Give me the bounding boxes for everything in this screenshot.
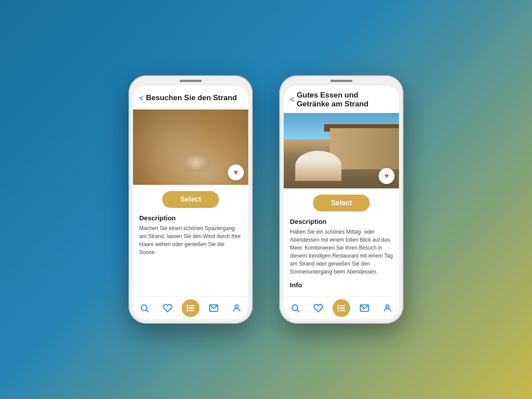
svg-point-5 bbox=[187, 305, 188, 306]
svg-point-16 bbox=[338, 308, 339, 309]
app-header-2: < Gutes Essen und Getränke am Strand bbox=[284, 86, 399, 113]
heart-icon-1: ♥ bbox=[234, 168, 238, 176]
person-icon-2 bbox=[383, 303, 392, 313]
svg-point-9 bbox=[235, 305, 238, 308]
phone-screen-2: < Gutes Essen und Getränke am Strand ♥ S… bbox=[284, 86, 399, 319]
phone-1: < Besuchen Sie den Strand ♥ Select D bbox=[129, 75, 253, 324]
description-title-1: Description bbox=[139, 214, 242, 222]
nav-profile-1[interactable] bbox=[228, 299, 246, 317]
back-button-2[interactable]: < bbox=[290, 96, 294, 104]
content-body-2: Description Haben Sie ein schönes Mittag… bbox=[284, 218, 399, 296]
heart-nav-icon-1 bbox=[163, 303, 172, 313]
shell-decoration bbox=[183, 154, 209, 172]
description-text-1: Machen Sie einen schönen Spaziergang am … bbox=[139, 224, 242, 256]
favorite-button-1[interactable]: ♥ bbox=[228, 164, 244, 180]
page-title-1: Besuchen Sie den Strand bbox=[146, 94, 237, 102]
nav-favorites-1[interactable] bbox=[159, 299, 176, 317]
select-button-2[interactable]: Select bbox=[313, 195, 369, 211]
phone-2: < Gutes Essen und Getränke am Strand ♥ S… bbox=[279, 75, 403, 324]
svg-point-0 bbox=[141, 305, 147, 310]
nav-list-1[interactable] bbox=[182, 299, 200, 317]
nav-favorites-2[interactable] bbox=[309, 299, 327, 317]
search-icon-1 bbox=[140, 303, 149, 313]
info-title-2: Info bbox=[290, 281, 393, 289]
svg-point-15 bbox=[338, 305, 339, 306]
phone-speaker-1 bbox=[180, 80, 202, 82]
phone-speaker-2 bbox=[330, 80, 352, 82]
nav-messages-1[interactable] bbox=[205, 299, 223, 317]
nav-messages-2[interactable] bbox=[356, 299, 373, 317]
svg-point-19 bbox=[386, 305, 389, 308]
favorite-button-2[interactable]: ♥ bbox=[379, 168, 395, 184]
hero-image-2: ♥ bbox=[284, 113, 399, 188]
list-icon-2 bbox=[336, 303, 346, 313]
select-button-1[interactable]: Select bbox=[162, 191, 219, 208]
svg-point-7 bbox=[187, 310, 188, 311]
info-section-2: Info bbox=[290, 281, 393, 289]
hero-image-1: ♥ bbox=[133, 110, 248, 185]
description-title-2: Description bbox=[290, 218, 393, 225]
list-icon-1 bbox=[186, 303, 196, 313]
app-content-1: ♥ Select Description Machen Sie einen sc… bbox=[133, 110, 248, 296]
app-content-2: ♥ Select Description Haben Sie ein schön… bbox=[284, 113, 399, 296]
svg-point-17 bbox=[338, 310, 339, 311]
description-text-2: Haben Sie ein schönes Mittag- oder Abend… bbox=[290, 228, 393, 276]
nav-search-2[interactable] bbox=[286, 299, 304, 317]
nav-search-1[interactable] bbox=[136, 299, 153, 317]
back-button-1[interactable]: < bbox=[139, 94, 143, 102]
bottom-nav-1 bbox=[133, 296, 248, 319]
svg-line-1 bbox=[146, 310, 149, 312]
select-button-wrap-1: Select bbox=[133, 185, 248, 214]
envelope-icon-2 bbox=[360, 303, 369, 313]
people-decor bbox=[295, 151, 341, 181]
content-body-1: Description Machen Sie einen schönen Spa… bbox=[133, 214, 248, 262]
person-icon-1 bbox=[232, 303, 242, 313]
select-button-wrap-2: Select bbox=[284, 188, 399, 218]
svg-point-10 bbox=[292, 305, 298, 310]
svg-line-11 bbox=[297, 310, 299, 312]
heart-icon-2: ♥ bbox=[384, 172, 389, 180]
svg-point-6 bbox=[187, 308, 188, 309]
nav-list-2[interactable] bbox=[332, 299, 350, 317]
phone-screen-1: < Besuchen Sie den Strand ♥ Select D bbox=[133, 86, 248, 319]
page-title-2: Gutes Essen und Getränke am Strand bbox=[297, 91, 393, 109]
search-icon-2 bbox=[290, 303, 300, 313]
app-header-1: < Besuchen Sie den Strand bbox=[133, 86, 248, 110]
envelope-icon-1 bbox=[209, 303, 219, 313]
bottom-nav-2 bbox=[284, 296, 399, 319]
heart-nav-icon-2 bbox=[313, 303, 323, 313]
nav-profile-2[interactable] bbox=[379, 299, 396, 317]
